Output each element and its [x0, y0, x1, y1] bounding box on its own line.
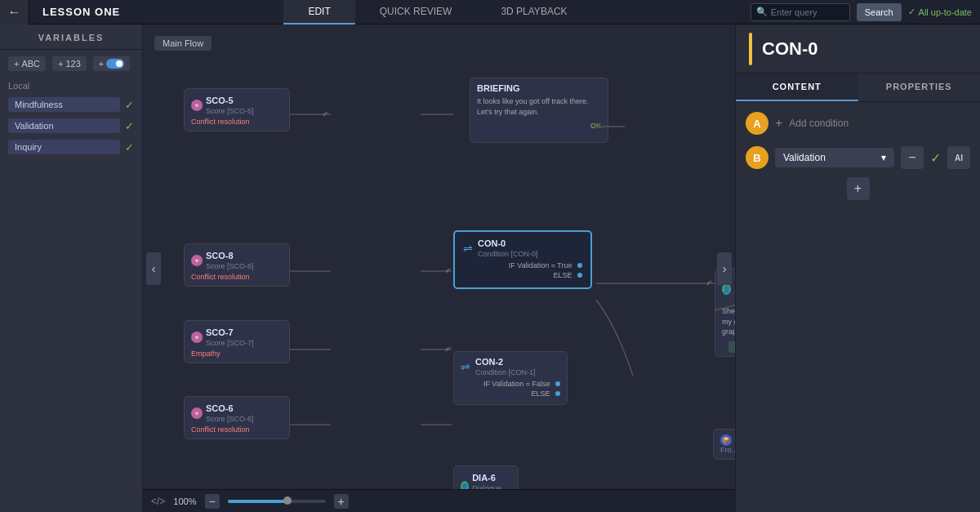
dia5-text: She deleted my g... graphics. [722, 306, 735, 337]
sco5-label: Conflict resolution [191, 118, 283, 126]
con0-node[interactable]: ⇌ CON-0 Condition [CON-0] IF Validation … [453, 230, 592, 289]
tab-quick-review[interactable]: QUICK REVIEW [355, 0, 477, 24]
var-add-row: + ABC + 123 + [0, 50, 142, 78]
zoom-bar-fill [228, 500, 292, 503]
svg-marker-10 [323, 111, 329, 117]
nav-tabs: EDIT QUICK REVIEW 3D PLAYBACK [133, 0, 742, 24]
sco5-sub: Score [SCO-5] [206, 107, 254, 115]
var-chip-inquiry: Inquiry [8, 140, 120, 154]
con2-title: CON-2 [475, 357, 536, 367]
svg-marker-12 [707, 280, 713, 286]
zoom-plus-button[interactable]: + [334, 494, 349, 509]
sco7-sub: Score [SCO-7] [206, 339, 254, 347]
main-flow-label: Main Flow [154, 36, 212, 51]
sco8-icon: ♥ [191, 255, 203, 266]
check-inquiry: ✓ [125, 141, 134, 154]
sco8-sub: Score [SCO-8] [206, 262, 254, 270]
zoom-bar [228, 500, 326, 503]
briefing-title: BRIEFING [477, 83, 601, 93]
pc-icon: 📦 [720, 434, 732, 446]
tab-3d-playback[interactable]: 3D PLAYBACK [476, 0, 591, 24]
check-validation: ✓ [125, 120, 134, 132]
sco6-icon: ♥ [191, 407, 203, 419]
tab-properties[interactable]: PROPERTIES [858, 73, 981, 101]
sco6-node[interactable]: ♥ SCO-6 Score [SCO-6] Conflict resolutio… [184, 396, 290, 439]
right-panel: CON-0 CONTENT PROPERTIES A + Add conditi… [735, 24, 980, 512]
search-input[interactable] [771, 7, 844, 17]
main-layout: VARIABLES + ABC + 123 + Local Mindfulnes… [0, 24, 980, 512]
condition-minus-button[interactable]: − [901, 146, 924, 169]
code-icon: </> [151, 496, 165, 507]
add-text-label: ABC [21, 59, 40, 69]
local-label: Local [0, 78, 142, 94]
var-chip-mindfulness: Mindfulness [8, 97, 120, 112]
toggle-icon [106, 59, 124, 69]
canvas-nav-right[interactable]: › [717, 252, 732, 285]
right-panel-tabs: CONTENT PROPERTIES [736, 73, 980, 102]
zoom-handle[interactable] [283, 496, 292, 505]
badge-a: A [746, 112, 768, 135]
back-button[interactable]: ← [0, 0, 29, 24]
con2-icon: ⇌ [461, 360, 470, 373]
check-icon: ✓ [908, 7, 915, 17]
add-cond-plus-icon: + [775, 116, 782, 131]
sco7-node[interactable]: ♥ SCO-7 Score [SCO-7] Empathy [184, 320, 290, 363]
sco5-title: SCO-5 [206, 96, 254, 105]
pc-sub: Fro... [720, 446, 735, 454]
svg-marker-13 [446, 346, 452, 352]
briefing-ok: OK [477, 122, 601, 130]
right-panel-body: A + Add condition B Validation ▾ − ✓ AI … [736, 102, 980, 512]
right-panel-header: CON-0 [736, 24, 980, 73]
yellow-bar [749, 33, 752, 65]
sco6-sub: Score [SCO-6] [206, 415, 254, 423]
add-text-var-button[interactable]: + ABC [8, 56, 46, 71]
chevron-down-icon: ▾ [881, 152, 886, 163]
tab-edit[interactable]: EDIT [283, 0, 354, 24]
status-indicator: ✓ All up-to-date [908, 7, 972, 17]
sco7-title: SCO-7 [206, 327, 254, 337]
sco5-icon: ♥ [191, 100, 203, 111]
search-button[interactable]: Search [857, 3, 902, 21]
canvas-area[interactable]: Main Flow ‹ › [143, 24, 735, 512]
add-condition-row: A + Add condition [746, 112, 970, 135]
var-chip-validation: Validation [8, 118, 120, 133]
variable-item-inquiry[interactable]: Inquiry ✓ [0, 136, 142, 158]
condition-add-button[interactable]: + [847, 177, 870, 200]
condition-ai-button[interactable]: AI [947, 146, 970, 169]
dia6-title: DIA-6 [472, 473, 511, 483]
sco8-label: Conflict resolution [191, 273, 283, 281]
variable-item-mindfulness[interactable]: Mindfulness ✓ [0, 94, 142, 115]
canvas-bottom-toolbar: </> 100% − + [143, 489, 735, 512]
zoom-minus-button[interactable]: − [205, 494, 220, 509]
sco5-node[interactable]: ♥ SCO-5 Score [SCO-5] Conflict resolutio… [184, 88, 290, 131]
con0-title: CON-0 [478, 238, 538, 248]
sco7-icon: ♥ [191, 332, 203, 343]
plus-icon: + [14, 59, 19, 69]
canvas-nav-left[interactable]: ‹ [146, 252, 161, 285]
nav-right: 🔍 Search ✓ All up-to-date [742, 3, 980, 21]
sco8-node[interactable]: ♥ SCO-8 Score [SCO-8] Conflict resolutio… [184, 243, 290, 287]
add-num-var-button[interactable]: + 123 [52, 56, 87, 71]
con0-else: ELSE [463, 271, 582, 279]
con2-node[interactable]: ⇌ CON-2 Condition [CON-1] IF Validation … [453, 351, 568, 405]
dia5-sub: Dialogue [D...] [734, 287, 735, 303]
variable-item-validation[interactable]: Validation ✓ [0, 115, 142, 136]
condition-variable-select[interactable]: Validation ▾ [775, 148, 894, 167]
condition-variable-label: Validation [783, 152, 826, 163]
sco7-label: Empathy [191, 349, 283, 358]
top-nav: ← LESSON ONE EDIT QUICK REVIEW 3D PLAYBA… [0, 0, 980, 24]
pc-node[interactable]: 📦 Fro... [713, 429, 735, 460]
add-toggle-var-button[interactable]: + [93, 56, 130, 71]
badge-b: B [746, 146, 768, 169]
con0-sub: Condition [CON-0] [478, 250, 538, 258]
condition-check-icon: ✓ [930, 150, 941, 166]
status-label: All up-to-date [919, 7, 972, 17]
zoom-percent: 100% [173, 496, 196, 506]
sco6-label: Conflict resolution [191, 425, 283, 434]
tab-content[interactable]: CONTENT [736, 73, 858, 101]
briefing-node-top[interactable]: BRIEFING It looks like you got off track… [470, 78, 608, 143]
add-num-label: 123 [66, 59, 81, 69]
dia5-title: DIA-5 [734, 275, 735, 285]
svg-marker-11 [446, 268, 452, 274]
sco6-title: SCO-6 [206, 403, 254, 413]
